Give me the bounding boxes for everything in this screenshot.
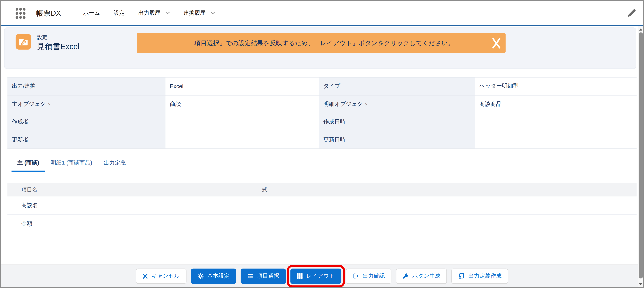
vertical-scrollbar[interactable] xyxy=(638,26,643,287)
button-label: 出力定義作成 xyxy=(468,272,502,280)
banner-close-icon[interactable] xyxy=(492,38,500,49)
field-name-cell: 商談名 xyxy=(8,196,262,214)
folder-wrench-icon xyxy=(16,34,31,50)
app-window: 帳票DX ホーム 設定 出力履歴 連携履歴 xyxy=(0,0,644,288)
page-header-left: 設定 見積書Excel xyxy=(16,34,80,52)
detail-label: 作成者 xyxy=(8,113,166,131)
scrollbar-down-icon[interactable] xyxy=(638,282,643,287)
nav-item-label: 連携履歴 xyxy=(184,9,206,17)
nav-item-label: 出力履歴 xyxy=(138,9,160,17)
tab-detail1-object[interactable]: 明細1 (商談商品) xyxy=(45,154,98,172)
nav-item-link-history[interactable]: 連携履歴 xyxy=(184,9,215,17)
scale-wrapper: 帳票DX ホーム 設定 出力履歴 連携履歴 xyxy=(0,0,644,288)
detail-row: 更新者 更新日時 xyxy=(8,131,637,149)
field-name-cell: 金額 xyxy=(8,215,262,233)
output-check-button[interactable]: 出力確認 xyxy=(346,268,391,284)
detail-row: 出力/連携 Excel タイプ ヘッダー明細型 xyxy=(8,78,637,95)
global-nav-bar: 帳票DX ホーム 設定 出力履歴 連携履歴 xyxy=(1,1,643,26)
nav-item-output-history[interactable]: 出力履歴 xyxy=(138,9,170,17)
field-formula-cell xyxy=(262,215,637,233)
column-header-formula: 式 xyxy=(262,183,637,196)
list-icon xyxy=(247,273,253,279)
detail-label: 明細オブジェクト xyxy=(319,95,475,113)
chevron-down-icon[interactable] xyxy=(210,11,215,14)
scrollbar-thumb[interactable] xyxy=(639,32,643,279)
button-label: レイアウト xyxy=(306,272,335,280)
button-label: 基本設定 xyxy=(207,272,230,280)
action-bar: キャンセル 基本設定 項目選択 レイアウト xyxy=(1,265,643,287)
chevron-down-icon[interactable] xyxy=(165,11,170,14)
object-tabs: 主 (商談) 明細1 (商談商品) 出力定義 xyxy=(5,154,636,172)
detail-label: 更新者 xyxy=(8,131,166,148)
basic-settings-button[interactable]: 基本設定 xyxy=(191,268,236,284)
detail-value xyxy=(475,113,637,131)
grid-icon xyxy=(297,273,302,279)
button-label: キャンセル xyxy=(151,272,180,280)
detail-label: 主オブジェクト xyxy=(8,95,166,113)
output-def-create-button[interactable]: 出力定義作成 xyxy=(452,268,508,284)
detail-row: 主オブジェクト 商談 明細オブジェクト 商談商品 xyxy=(8,95,637,113)
detail-value: 商談 xyxy=(165,95,319,113)
detail-value xyxy=(165,113,319,131)
table-row: 金額 xyxy=(8,215,637,233)
page-header-card: 設定 見積書Excel 「項目選択」での設定結果を反映するため、「レイアウト」ボ… xyxy=(4,27,636,69)
detail-value: ヘッダー明細型 xyxy=(475,78,637,95)
nav-item-settings[interactable]: 設定 xyxy=(114,9,125,17)
field-formula-cell xyxy=(262,196,637,214)
table-row: 商談名 xyxy=(8,196,637,215)
doc-add-icon xyxy=(458,273,465,279)
edit-pencil-icon[interactable] xyxy=(628,9,636,17)
close-icon xyxy=(142,273,148,279)
scrollbar-up-icon[interactable] xyxy=(638,27,643,32)
field-table-header: 項目名 式 xyxy=(8,183,637,196)
wrench-icon xyxy=(402,273,408,279)
warning-banner-text: 「項目選択」での設定結果を反映するため、「レイアウト」ボタンをクリックしてくださ… xyxy=(188,39,454,47)
detail-value xyxy=(475,131,637,148)
cancel-button[interactable]: キャンセル xyxy=(136,268,186,284)
tab-main-object[interactable]: 主 (商談) xyxy=(12,154,45,172)
field-select-button[interactable]: 項目選択 xyxy=(240,268,286,284)
column-header-name: 項目名 xyxy=(8,183,262,196)
field-table: 項目名 式 商談名 金額 xyxy=(8,183,637,233)
detail-label: タイプ xyxy=(319,78,475,95)
export-icon xyxy=(352,273,359,279)
detail-value: Excel xyxy=(165,78,319,95)
app-name: 帳票DX xyxy=(36,8,61,18)
nav-item-home[interactable]: ホーム xyxy=(83,9,100,17)
layout-button[interactable]: レイアウト xyxy=(290,268,341,284)
button-label: ボタン生成 xyxy=(412,272,440,280)
detail-label: 出力/連携 xyxy=(8,78,166,95)
detail-value xyxy=(165,131,319,148)
app-launcher-icon[interactable] xyxy=(16,8,26,18)
detail-label: 作成日時 xyxy=(319,113,475,131)
gear-icon xyxy=(198,273,204,279)
tab-output-definition[interactable]: 出力定義 xyxy=(98,154,132,172)
detail-row: 作成者 作成日時 xyxy=(8,113,637,131)
page-title: 見積書Excel xyxy=(37,41,80,52)
nav-item-label: ホーム xyxy=(83,9,100,17)
record-type-label: 設定 xyxy=(37,34,80,40)
nav-item-label: 設定 xyxy=(114,9,125,17)
detail-label: 更新日時 xyxy=(319,131,475,148)
main-area: 設定 見積書Excel 「項目選択」での設定結果を反映するため、「レイアウト」ボ… xyxy=(1,26,643,287)
warning-banner: 「項目選択」での設定結果を反映するため、「レイアウト」ボタンをクリックしてくださ… xyxy=(137,33,506,53)
page-header-titles: 設定 見積書Excel xyxy=(37,34,80,52)
button-label: 項目選択 xyxy=(257,272,279,280)
nav-items: ホーム 設定 出力履歴 連携履歴 xyxy=(83,9,215,17)
record-detail-table: 出力/連携 Excel タイプ ヘッダー明細型 主オブジェクト 商談 明細オブジ… xyxy=(8,77,637,149)
detail-value: 商談商品 xyxy=(475,95,637,113)
button-generate-button[interactable]: ボタン生成 xyxy=(396,268,447,284)
button-label: 出力確認 xyxy=(363,272,385,280)
